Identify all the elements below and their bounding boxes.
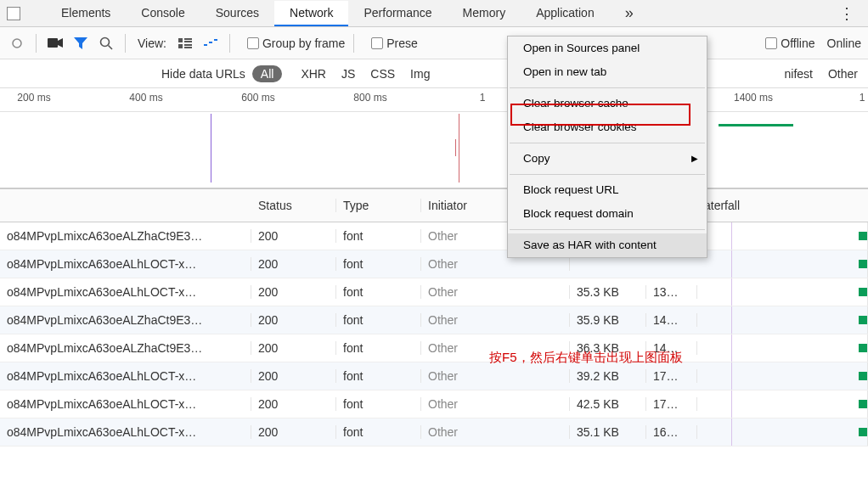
cell: 13… bbox=[646, 285, 697, 299]
cell: font bbox=[336, 313, 421, 327]
filter-xhr[interactable]: XHR bbox=[297, 67, 330, 81]
menu-item[interactable]: Open in new tab bbox=[508, 60, 707, 84]
svg-point-0 bbox=[13, 39, 21, 48]
waterfall-cell bbox=[697, 278, 868, 306]
svg-point-2 bbox=[101, 37, 110, 46]
ruler-tick: 1 bbox=[860, 92, 865, 104]
menu-item-label: Block request URL bbox=[523, 183, 619, 198]
timeline-overview[interactable] bbox=[0, 112, 868, 188]
cell: font bbox=[336, 229, 421, 243]
chevron-right-icon: ▶ bbox=[691, 151, 698, 166]
tab-network[interactable]: Network bbox=[274, 1, 348, 26]
cell: o84MPvpLmixcA63oeALhLOCT-x… bbox=[0, 257, 251, 271]
table-row[interactable]: o84MPvpLmixcA63oeALZhaCt9E3…200fontOther… bbox=[0, 334, 868, 362]
context-menu: Open in Sources panelOpen in new tabClea… bbox=[507, 36, 707, 258]
view-small-icon[interactable] bbox=[200, 33, 221, 53]
menu-item[interactable]: Save as HAR with content bbox=[508, 233, 707, 257]
tab-performance[interactable]: Performance bbox=[348, 1, 447, 26]
cell: 39.2 KB bbox=[570, 369, 646, 383]
table-row[interactable]: o84MPvpLmixcA63oeALhLOCT-x…200fontOther4… bbox=[0, 390, 868, 418]
cell: o84MPvpLmixcA63oeALZhaCt9E3… bbox=[0, 341, 251, 355]
network-toolbar: View: Group by frame Prese Offline Onlin… bbox=[0, 27, 868, 59]
camera-icon[interactable] bbox=[45, 33, 65, 53]
waterfall-cell bbox=[697, 362, 868, 390]
table-row[interactable]: o84MPvpLmixcA63oeALhLOCT-x…200fontOther3… bbox=[0, 418, 868, 446]
svg-rect-5 bbox=[184, 38, 192, 40]
filter-all[interactable]: All bbox=[252, 65, 283, 82]
cell: 17… bbox=[646, 397, 697, 411]
filter-other[interactable]: Other bbox=[825, 67, 861, 81]
cell: font bbox=[336, 285, 421, 299]
view-large-icon[interactable] bbox=[175, 33, 195, 53]
tab-sources[interactable]: Sources bbox=[200, 1, 274, 26]
preserve-log-checkbox[interactable]: Prese bbox=[371, 37, 418, 50]
ruler-tick: 1 bbox=[480, 92, 486, 104]
svg-rect-11 bbox=[209, 42, 212, 43]
search-icon[interactable] bbox=[96, 33, 116, 53]
menu-item-label: Block request domain bbox=[523, 206, 634, 222]
menu-item[interactable]: Clear browser cookies bbox=[508, 115, 707, 139]
menu-item[interactable]: Block request domain bbox=[508, 202, 707, 226]
cell: font bbox=[336, 341, 421, 355]
devtools-tabbar: ElementsConsoleSourcesNetworkPerformance… bbox=[0, 0, 868, 27]
cell: font bbox=[336, 369, 421, 383]
inspect-icon[interactable] bbox=[7, 33, 27, 53]
svg-rect-4 bbox=[178, 38, 183, 42]
view-label: View: bbox=[138, 37, 166, 50]
menu-item[interactable]: Open in Sources panel bbox=[508, 37, 707, 60]
menu-item[interactable]: Block request URL bbox=[508, 178, 707, 202]
table-row[interactable]: o84MPvpLmixcA63oeALZhaCt9E3…200fontOther bbox=[0, 222, 868, 250]
tab-elements[interactable]: Elements bbox=[46, 1, 126, 26]
filter-img[interactable]: Img bbox=[407, 67, 433, 81]
menu-separator bbox=[510, 229, 705, 230]
tabs-overflow[interactable]: » bbox=[625, 4, 634, 22]
waterfall-cell bbox=[697, 222, 868, 250]
group-by-frame-checkbox[interactable]: Group by frame bbox=[247, 37, 345, 50]
cell: 200 bbox=[251, 229, 336, 243]
table-row[interactable]: o84MPvpLmixcA63oeALZhaCt9E3…200fontOther… bbox=[0, 306, 868, 334]
tab-memory[interactable]: Memory bbox=[448, 1, 521, 26]
filter-icon[interactable] bbox=[70, 33, 91, 53]
svg-rect-8 bbox=[184, 44, 192, 46]
cell: 200 bbox=[251, 313, 336, 327]
col-waterfall[interactable]: aterfall bbox=[697, 199, 868, 212]
svg-line-3 bbox=[109, 45, 113, 49]
kebab-menu-icon[interactable]: ⋮ bbox=[826, 4, 868, 23]
cell: 17… bbox=[646, 369, 697, 383]
svg-rect-12 bbox=[214, 39, 217, 41]
menu-item[interactable]: Copy▶ bbox=[508, 147, 707, 171]
cell: 200 bbox=[251, 257, 336, 271]
cell: o84MPvpLmixcA63oeALhLOCT-x… bbox=[0, 285, 251, 299]
group-by-frame-label: Group by frame bbox=[262, 37, 345, 50]
cell: 14… bbox=[646, 313, 697, 327]
filter-nifest[interactable]: nifest bbox=[781, 67, 816, 81]
table-row[interactable]: o84MPvpLmixcA63oeALhLOCT-x…200fontOther3… bbox=[0, 362, 868, 390]
cell: 16… bbox=[646, 425, 697, 439]
cell: Other bbox=[421, 285, 570, 299]
cell: 35.1 KB bbox=[570, 425, 646, 439]
cell: 200 bbox=[251, 369, 336, 383]
offline-checkbox[interactable]: Offline bbox=[765, 37, 814, 50]
svg-rect-7 bbox=[178, 44, 183, 48]
col-type[interactable]: Type bbox=[336, 199, 421, 212]
online-label[interactable]: Online bbox=[827, 37, 861, 50]
filter-css[interactable]: CSS bbox=[367, 67, 398, 81]
table-row[interactable]: o84MPvpLmixcA63oeALhLOCT-x…200fontOther bbox=[0, 250, 868, 278]
col-status[interactable]: Status bbox=[251, 199, 336, 212]
cell: 35.3 KB bbox=[570, 285, 646, 299]
menu-item-label: Clear browser cookies bbox=[523, 120, 637, 135]
cell: 200 bbox=[251, 285, 336, 299]
hide-data-urls-checkbox[interactable]: Hide data URLs bbox=[161, 67, 245, 81]
ruler-tick: 400 ms bbox=[129, 92, 162, 104]
filter-js[interactable]: JS bbox=[338, 67, 358, 81]
cell: Other bbox=[421, 369, 570, 383]
menu-item[interactable]: Clear browser cache bbox=[508, 92, 707, 115]
svg-rect-6 bbox=[184, 41, 192, 42]
tab-application[interactable]: Application bbox=[521, 1, 610, 26]
svg-rect-9 bbox=[184, 47, 192, 48]
menu-item-label: Open in new tab bbox=[523, 65, 606, 80]
tab-console[interactable]: Console bbox=[126, 1, 200, 26]
network-table: Status Type Initiator aterfall o84MPvpLm… bbox=[0, 188, 868, 446]
cell: font bbox=[336, 397, 421, 411]
table-row[interactable]: o84MPvpLmixcA63oeALhLOCT-x…200fontOther3… bbox=[0, 278, 868, 306]
